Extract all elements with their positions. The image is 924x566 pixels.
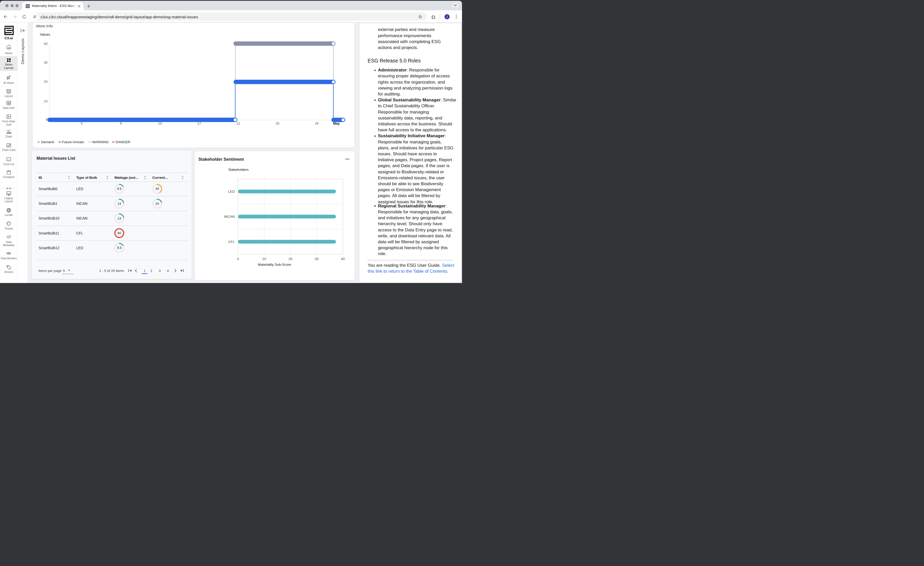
svg-text:60: 60 <box>118 232 121 235</box>
svg-text:29: 29 <box>315 122 318 125</box>
svg-text:13: 13 <box>118 217 121 220</box>
svg-text:30: 30 <box>315 257 318 261</box>
svg-text:SmartBulb0: SmartBulb0 <box>38 187 57 191</box>
svg-text:10: 10 <box>262 257 266 261</box>
svg-text:5: 5 <box>63 269 65 272</box>
svg-text:Current...: Current... <box>152 175 168 179</box>
svg-text:INCAN: INCAN <box>76 216 88 220</box>
svg-text:13: 13 <box>158 122 162 125</box>
svg-text:21: 21 <box>236 122 240 125</box>
svg-text:Type of Bulb: Type of Bulb <box>76 175 97 179</box>
svg-text:9: 9 <box>120 122 122 125</box>
svg-text:INCAN: INCAN <box>76 202 88 206</box>
svg-text:13: 13 <box>118 202 121 205</box>
svg-text:40: 40 <box>156 187 159 191</box>
svg-text:3: 3 <box>159 269 161 272</box>
svg-text:9.5: 9.5 <box>117 246 122 250</box>
svg-text:0: 0 <box>46 117 47 122</box>
svg-text:1 - 5 of 20 items: 1 - 5 of 20 items <box>99 269 124 272</box>
svg-text:WARNING: WARNING <box>92 140 109 144</box>
svg-text:items per page: items per page <box>38 269 62 272</box>
svg-text:CFL: CFL <box>228 240 235 244</box>
svg-text:CFL: CFL <box>76 231 83 235</box>
svg-text:SmartBulb11: SmartBulb11 <box>38 231 59 235</box>
svg-text:LED: LED <box>228 190 235 193</box>
svg-text:SmartBulb12: SmartBulb12 <box>38 245 59 250</box>
svg-text:2: 2 <box>150 269 152 272</box>
svg-text:LED: LED <box>76 187 83 191</box>
svg-text:40: 40 <box>44 42 47 46</box>
svg-text:0: 0 <box>237 257 239 261</box>
svg-text:30: 30 <box>44 61 47 65</box>
svg-text:9.5: 9.5 <box>117 187 122 191</box>
svg-text:25: 25 <box>276 122 279 125</box>
svg-text:40: 40 <box>341 257 345 261</box>
svg-text:20: 20 <box>288 257 292 261</box>
svg-text:5: 5 <box>81 122 82 125</box>
svg-text:10: 10 <box>44 99 47 103</box>
svg-text:LED: LED <box>76 245 83 250</box>
svg-text:ID: ID <box>38 175 42 179</box>
svg-text:1: 1 <box>144 269 146 272</box>
svg-text:17: 17 <box>197 122 201 125</box>
svg-text:Demand: Demand <box>41 140 54 144</box>
svg-text:4: 4 <box>167 269 169 272</box>
svg-text:INCAN: INCAN <box>224 215 235 218</box>
svg-text:Wattage (out...: Wattage (out... <box>114 175 138 179</box>
svg-text:Future Arrivals: Future Arrivals <box>62 140 84 144</box>
svg-text:SmartBulb1: SmartBulb1 <box>38 202 57 206</box>
svg-text:20: 20 <box>44 80 47 84</box>
svg-text:20: 20 <box>156 202 159 205</box>
svg-text:SmartBulb10: SmartBulb10 <box>38 216 59 220</box>
svg-text:DANGER: DANGER <box>116 140 130 144</box>
